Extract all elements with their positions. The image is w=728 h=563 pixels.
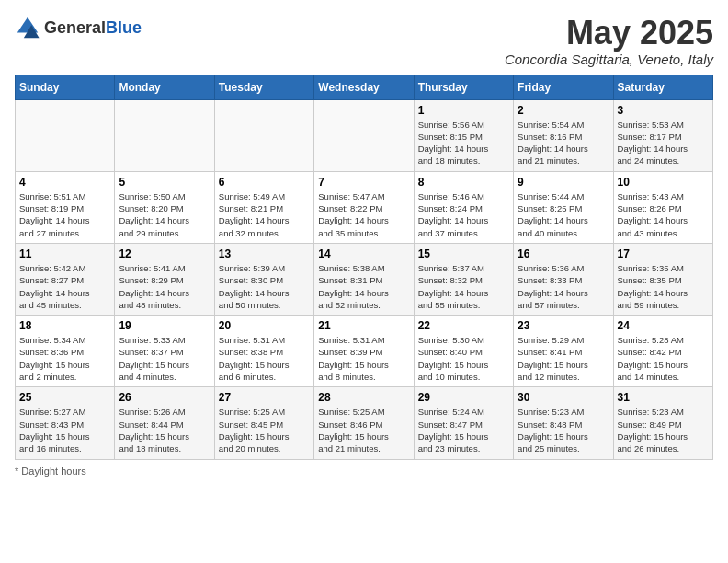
day-info: Sunrise: 5:23 AM Sunset: 8:49 PM Dayligh… xyxy=(618,406,709,454)
calendar-cell: 1Sunrise: 5:56 AM Sunset: 8:15 PM Daylig… xyxy=(414,99,513,171)
logo: General Blue xyxy=(15,15,142,40)
day-number: 24 xyxy=(618,319,709,332)
svg-marker-0 xyxy=(17,17,38,33)
calendar-cell: 25Sunrise: 5:27 AM Sunset: 8:43 PM Dayli… xyxy=(16,387,115,459)
calendar-cell: 22Sunrise: 5:30 AM Sunset: 8:40 PM Dayli… xyxy=(414,316,513,387)
calendar-cell: 16Sunrise: 5:36 AM Sunset: 8:33 PM Dayli… xyxy=(514,243,613,315)
daylight-label: Daylight hours xyxy=(21,465,85,477)
day-number: 29 xyxy=(418,391,509,404)
day-info: Sunrise: 5:31 AM Sunset: 8:39 PM Dayligh… xyxy=(318,334,409,383)
day-info: Sunrise: 5:54 AM Sunset: 8:16 PM Dayligh… xyxy=(518,119,609,167)
calendar-cell: 8Sunrise: 5:46 AM Sunset: 8:24 PM Daylig… xyxy=(414,171,513,243)
col-sunday: Sunday xyxy=(16,75,115,99)
day-info: Sunrise: 5:24 AM Sunset: 8:47 PM Dayligh… xyxy=(418,406,509,454)
day-info: Sunrise: 5:27 AM Sunset: 8:43 PM Dayligh… xyxy=(19,406,110,454)
day-info: Sunrise: 5:31 AM Sunset: 8:38 PM Dayligh… xyxy=(219,334,310,383)
logo-general: General xyxy=(44,19,106,36)
calendar-cell: 24Sunrise: 5:28 AM Sunset: 8:42 PM Dayli… xyxy=(613,316,712,387)
footer-note: * Daylight hours xyxy=(15,465,713,477)
day-number: 31 xyxy=(618,391,709,404)
calendar-header: Sunday Monday Tuesday Wednesday Thursday… xyxy=(16,75,713,99)
calendar-cell: 30Sunrise: 5:23 AM Sunset: 8:48 PM Dayli… xyxy=(514,387,613,459)
day-info: Sunrise: 5:37 AM Sunset: 8:32 PM Dayligh… xyxy=(418,262,509,311)
day-info: Sunrise: 5:39 AM Sunset: 8:30 PM Dayligh… xyxy=(219,262,310,311)
calendar-cell: 11Sunrise: 5:42 AM Sunset: 8:27 PM Dayli… xyxy=(16,243,115,315)
day-info: Sunrise: 5:23 AM Sunset: 8:48 PM Dayligh… xyxy=(518,406,609,454)
day-number: 16 xyxy=(518,247,609,260)
logo-text: General Blue xyxy=(44,19,142,36)
calendar-cell: 18Sunrise: 5:34 AM Sunset: 8:36 PM Dayli… xyxy=(16,316,115,387)
calendar-cell: 12Sunrise: 5:41 AM Sunset: 8:29 PM Dayli… xyxy=(115,243,214,315)
day-number: 18 xyxy=(19,319,110,332)
day-info: Sunrise: 5:29 AM Sunset: 8:41 PM Dayligh… xyxy=(518,334,609,383)
calendar-cell: 14Sunrise: 5:38 AM Sunset: 8:31 PM Dayli… xyxy=(314,243,414,315)
calendar-cell: 13Sunrise: 5:39 AM Sunset: 8:30 PM Dayli… xyxy=(214,243,313,315)
day-number: 6 xyxy=(219,176,310,189)
day-number: 25 xyxy=(19,391,110,404)
header-row: Sunday Monday Tuesday Wednesday Thursday… xyxy=(16,75,713,99)
day-number: 15 xyxy=(418,247,509,260)
day-number: 4 xyxy=(19,176,110,189)
day-number: 28 xyxy=(318,391,409,404)
day-number: 8 xyxy=(418,176,509,189)
day-info: Sunrise: 5:53 AM Sunset: 8:17 PM Dayligh… xyxy=(618,119,709,167)
calendar-week-1: 1Sunrise: 5:56 AM Sunset: 8:15 PM Daylig… xyxy=(16,99,713,171)
subtitle: Concordia Sagittaria, Veneto, Italy xyxy=(505,52,713,67)
day-number: 26 xyxy=(119,391,210,404)
day-number: 21 xyxy=(318,319,409,332)
logo-blue: Blue xyxy=(106,19,142,36)
day-info: Sunrise: 5:41 AM Sunset: 8:29 PM Dayligh… xyxy=(119,262,210,311)
col-monday: Monday xyxy=(115,75,214,99)
calendar-cell: 20Sunrise: 5:31 AM Sunset: 8:38 PM Dayli… xyxy=(214,316,313,387)
col-wednesday: Wednesday xyxy=(314,75,414,99)
calendar-cell xyxy=(314,99,414,171)
calendar-cell: 15Sunrise: 5:37 AM Sunset: 8:32 PM Dayli… xyxy=(414,243,513,315)
calendar-cell: 6Sunrise: 5:49 AM Sunset: 8:21 PM Daylig… xyxy=(214,171,313,243)
calendar-cell: 23Sunrise: 5:29 AM Sunset: 8:41 PM Dayli… xyxy=(514,316,613,387)
day-number: 22 xyxy=(418,319,509,332)
logo-icon xyxy=(15,15,40,40)
day-number: 30 xyxy=(518,391,609,404)
header: General Blue May 2025 Concordia Sagittar… xyxy=(15,15,713,67)
day-info: Sunrise: 5:35 AM Sunset: 8:35 PM Dayligh… xyxy=(618,262,709,311)
calendar-week-2: 4Sunrise: 5:51 AM Sunset: 8:19 PM Daylig… xyxy=(16,171,713,243)
calendar-cell: 27Sunrise: 5:25 AM Sunset: 8:45 PM Dayli… xyxy=(214,387,313,459)
title-area: May 2025 Concordia Sagittaria, Veneto, I… xyxy=(505,15,713,67)
col-tuesday: Tuesday xyxy=(214,75,313,99)
day-info: Sunrise: 5:25 AM Sunset: 8:45 PM Dayligh… xyxy=(219,406,310,454)
calendar-week-5: 25Sunrise: 5:27 AM Sunset: 8:43 PM Dayli… xyxy=(16,387,713,459)
calendar-cell: 3Sunrise: 5:53 AM Sunset: 8:17 PM Daylig… xyxy=(613,99,712,171)
day-number: 11 xyxy=(19,247,110,260)
col-friday: Friday xyxy=(514,75,613,99)
day-info: Sunrise: 5:49 AM Sunset: 8:21 PM Dayligh… xyxy=(219,190,310,239)
calendar-body: 1Sunrise: 5:56 AM Sunset: 8:15 PM Daylig… xyxy=(16,99,713,459)
day-info: Sunrise: 5:30 AM Sunset: 8:40 PM Dayligh… xyxy=(418,334,509,383)
day-info: Sunrise: 5:36 AM Sunset: 8:33 PM Dayligh… xyxy=(518,262,609,311)
calendar-cell: 7Sunrise: 5:47 AM Sunset: 8:22 PM Daylig… xyxy=(314,171,414,243)
main-title: May 2025 xyxy=(505,15,713,52)
calendar-cell xyxy=(214,99,313,171)
day-info: Sunrise: 5:26 AM Sunset: 8:44 PM Dayligh… xyxy=(119,406,210,454)
day-info: Sunrise: 5:51 AM Sunset: 8:19 PM Dayligh… xyxy=(19,190,110,239)
day-info: Sunrise: 5:44 AM Sunset: 8:25 PM Dayligh… xyxy=(518,190,609,239)
calendar-table: Sunday Monday Tuesday Wednesday Thursday… xyxy=(15,75,713,460)
day-number: 1 xyxy=(418,104,509,117)
col-saturday: Saturday xyxy=(613,75,712,99)
day-info: Sunrise: 5:34 AM Sunset: 8:36 PM Dayligh… xyxy=(19,334,110,383)
calendar-cell: 5Sunrise: 5:50 AM Sunset: 8:20 PM Daylig… xyxy=(115,171,214,243)
day-info: Sunrise: 5:50 AM Sunset: 8:20 PM Dayligh… xyxy=(119,190,210,239)
calendar-cell: 19Sunrise: 5:33 AM Sunset: 8:37 PM Dayli… xyxy=(115,316,214,387)
day-number: 27 xyxy=(219,391,310,404)
calendar-cell: 4Sunrise: 5:51 AM Sunset: 8:19 PM Daylig… xyxy=(16,171,115,243)
day-number: 10 xyxy=(618,176,709,189)
calendar-cell: 10Sunrise: 5:43 AM Sunset: 8:26 PM Dayli… xyxy=(613,171,712,243)
day-info: Sunrise: 5:56 AM Sunset: 8:15 PM Dayligh… xyxy=(418,119,509,167)
day-number: 12 xyxy=(119,247,210,260)
day-number: 5 xyxy=(119,176,210,189)
calendar-cell: 26Sunrise: 5:26 AM Sunset: 8:44 PM Dayli… xyxy=(115,387,214,459)
calendar-cell: 21Sunrise: 5:31 AM Sunset: 8:39 PM Dayli… xyxy=(314,316,414,387)
day-number: 2 xyxy=(518,104,609,117)
day-info: Sunrise: 5:25 AM Sunset: 8:46 PM Dayligh… xyxy=(318,406,409,454)
calendar-week-3: 11Sunrise: 5:42 AM Sunset: 8:27 PM Dayli… xyxy=(16,243,713,315)
day-info: Sunrise: 5:46 AM Sunset: 8:24 PM Dayligh… xyxy=(418,190,509,239)
